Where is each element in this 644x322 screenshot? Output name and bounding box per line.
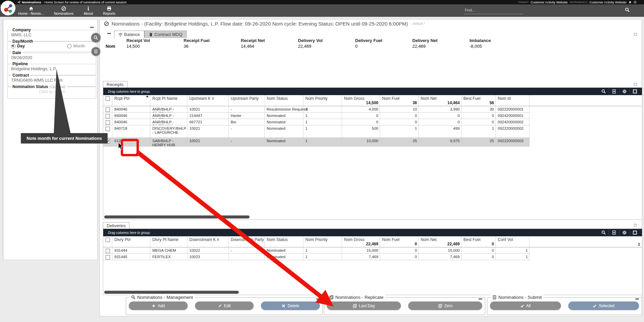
column-header-nom-status[interactable]: Nom Status — [265, 236, 303, 247]
column-header-nom-status[interactable]: Nom Status — [265, 95, 303, 106]
add-button[interactable]: Add — [129, 301, 188, 310]
check-icon — [520, 304, 524, 308]
deliveries-maximize-icon[interactable] — [634, 224, 637, 227]
gear-tool[interactable] — [619, 229, 630, 236]
app-logo[interactable] — [1, 1, 15, 15]
column-header-dlvry-pt[interactable]: Dlvry Pt# — [112, 236, 150, 247]
table-row[interactable]: 840718DISCOVERY/BHLP - LAFOURCHE10021-No… — [103, 125, 530, 138]
excel-tool[interactable] — [609, 88, 619, 95]
column-header-nom-gross[interactable]: Nom Gross14,500 — [342, 95, 380, 106]
column-header-nom-fuel[interactable]: Nom Fuel36 — [380, 95, 419, 106]
magnifier-tool[interactable] — [599, 229, 609, 236]
column-header-upstream-party[interactable]: Upstream Party — [229, 95, 265, 106]
balance-values-row: Nom14,5003614,46422,469022,469-8,005 — [100, 44, 638, 49]
row-checkbox[interactable] — [106, 114, 110, 118]
tenant-link[interactable]: Customer Activity Website — [531, 0, 568, 4]
all-button[interactable]: All — [490, 301, 561, 310]
zero-button[interactable]: Zero — [408, 301, 482, 310]
copy-icon — [353, 304, 357, 308]
nav-item-about[interactable]: About — [83, 4, 93, 17]
column-header-rcpt-pt-name[interactable]: Rcpt Pt Name — [150, 95, 187, 106]
edit-button[interactable]: Edit — [195, 301, 254, 310]
balance-maximize-icon[interactable] — [634, 33, 637, 36]
horizontal-scrollbar[interactable] — [104, 291, 239, 294]
radio-month[interactable]: Month — [67, 44, 85, 48]
column-header-best-fuel[interactable]: Best Fuel56 — [461, 95, 496, 106]
table-row[interactable]: 6121SAB/BHLP - HENRY HUB10021-Nominated1… — [103, 138, 530, 147]
deliveries-group-bar[interactable]: Drag columns here to group. — [103, 229, 642, 236]
maximize-tool[interactable] — [630, 229, 640, 236]
radio-day[interactable]: Day — [11, 44, 25, 48]
column-header-best-fuel[interactable]: Best Fuel0 — [461, 236, 496, 247]
nav-item-home-nomin[interactable]: Home - Nomin... — [17, 4, 44, 17]
collapse-icon[interactable] — [479, 298, 482, 299]
column-header-nom-net[interactable]: Nom Net22,469 — [419, 236, 461, 247]
cell-rcpt-pt-name: DISCOVERY/BHLP - LAFOURCHE — [150, 125, 187, 137]
collapse-icon[interactable] — [635, 298, 639, 299]
export-fab[interactable] — [91, 47, 100, 56]
row-checkbox[interactable] — [106, 108, 110, 112]
column-header-nom-id[interactable]: Nom Id — [496, 95, 529, 106]
select-all-checkbox[interactable] — [106, 238, 110, 242]
column-header-nom-priority[interactable]: Nom Priority — [303, 95, 342, 106]
nav-item-nominations[interactable]: Nominations — [53, 4, 74, 17]
row-checkbox[interactable] — [106, 120, 110, 125]
column-header-upstream-k[interactable]: Upstream K # — [187, 95, 229, 106]
nav-item-reports[interactable]: Reports — [102, 4, 116, 17]
collapse-icon[interactable] — [316, 298, 320, 299]
nomination-status-field[interactable]: Nomination Status (Optional) Click to se… — [7, 87, 96, 99]
table-row[interactable]: 931445FERTILEX10023Nominated17,46907,469… — [103, 254, 530, 260]
app-title: Nominations — [22, 0, 41, 4]
column-header-nom-fuel[interactable]: Nom Fuel0 — [380, 236, 419, 247]
gear-tool[interactable] — [619, 88, 630, 95]
cell-nom-net: 3,990 — [419, 106, 461, 112]
cell-downstream-party: - — [229, 247, 265, 253]
column-header-downstream-party[interactable]: Downstream Party — [229, 236, 265, 247]
column-header-nom-priority[interactable]: Nom Priority — [303, 236, 342, 247]
workbench-link[interactable]: Customer Activity Website — [590, 0, 627, 4]
excel-tool[interactable] — [609, 229, 619, 236]
row-checkbox[interactable] — [106, 255, 110, 259]
column-header-nom-gross[interactable]: Nom Gross22,469 — [342, 236, 380, 247]
table-row[interactable]: 840046ANR/BHLP - RIVERWAY10021-Resubmiss… — [103, 106, 530, 113]
column-header-downstream-k[interactable]: Downstream K # — [187, 236, 229, 247]
column-total: 56 — [490, 100, 494, 105]
toolbar-legend: Nominations - Management — [129, 295, 195, 300]
column-header-dlvry-pt-name[interactable]: Dlvry Pt Name — [150, 236, 187, 247]
table-row[interactable]: 931444MEGA CHEM10022-Nominated115,000015… — [103, 247, 530, 254]
balance-col-receipt-fuel: Receipt Fuel — [184, 38, 210, 43]
find-input[interactable] — [464, 6, 516, 14]
power-icon[interactable] — [634, 1, 637, 4]
tab-contract-mdq[interactable]: Contract MDQ — [144, 31, 187, 38]
home-icon[interactable] — [629, 1, 632, 4]
balance-collapse-icon[interactable] — [107, 33, 111, 34]
selected-button[interactable]: Selected — [568, 301, 639, 310]
column-header-conf-vol[interactable]: Conf Vol — [496, 236, 529, 247]
search-fab[interactable] — [91, 33, 101, 42]
maximize-tool[interactable] — [630, 88, 640, 95]
row-checkbox[interactable] — [106, 127, 110, 131]
deliveries-tab[interactable]: Deliveries — [103, 222, 129, 229]
minimize-icon[interactable] — [90, 27, 94, 28]
balance-value-receipt-fuel: 36 — [184, 44, 188, 49]
column-header-rcpt-pt[interactable]: Rcpt Pt# — [112, 95, 150, 106]
column-label: Nom Gross — [344, 237, 365, 242]
cell-dlvry-pt: 931444 — [112, 247, 150, 253]
row-checkbox[interactable] — [106, 249, 110, 253]
column-label: Nom Fuel — [382, 237, 400, 242]
select-all-checkbox[interactable] — [106, 96, 110, 101]
receipts-group-bar[interactable]: Drag columns here to group. — [103, 88, 642, 95]
receipts-tab[interactable]: Receipts — [103, 81, 127, 88]
cell-nom-net: 0 — [419, 119, 461, 125]
receipts-maximize-icon[interactable] — [634, 83, 637, 86]
search-icon[interactable] — [625, 7, 630, 12]
cell-nom-gross: 4,000 — [342, 106, 380, 112]
column-header-nom-net[interactable]: Nom Net14,464 — [419, 95, 461, 106]
table-row[interactable]: 840046ANR/BHLP - RIVERWAY667721BioNomina… — [103, 119, 530, 125]
horizontal-scrollbar[interactable] — [104, 215, 250, 218]
delete-button[interactable]: Delete — [261, 301, 320, 310]
last-day-button[interactable]: Last Day — [327, 301, 401, 310]
tab-balance[interactable]: Balance — [114, 31, 144, 38]
table-row[interactable]: 840046ANR/BHLP - RIVERWAY214447HarterNom… — [103, 113, 530, 119]
magnifier-tool[interactable] — [599, 88, 609, 95]
